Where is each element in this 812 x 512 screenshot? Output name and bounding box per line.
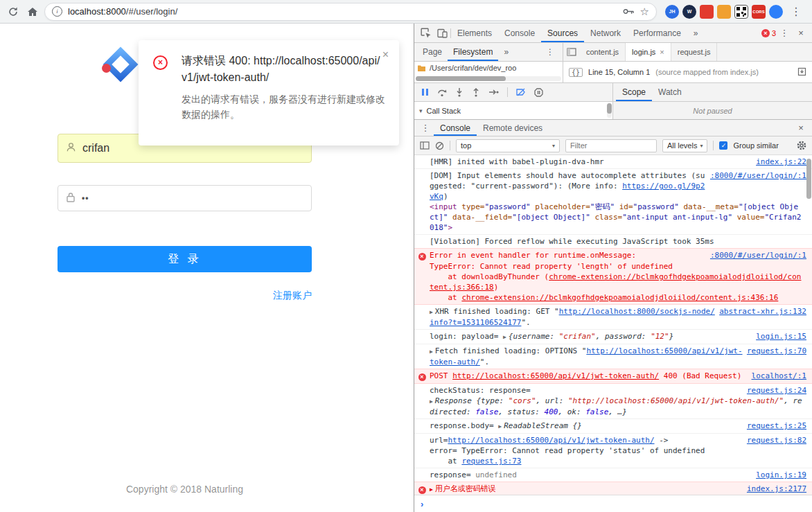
console-url-link[interactable]: chrome-extension://bclmkgofhdgekpoamoial… (461, 293, 778, 302)
home-icon[interactable] (25, 4, 40, 19)
devtools-menu-icon[interactable]: ⋮ (776, 24, 793, 42)
tab-watch[interactable]: Watch (652, 83, 688, 101)
console-source-link[interactable]: localhost/:1 (752, 371, 806, 380)
navigator-scrollbar[interactable] (416, 76, 561, 81)
tab-filesystem[interactable]: Filesystem (448, 43, 498, 61)
console-source-link[interactable]: abstract-xhr.js:132 (719, 307, 806, 316)
navigator-tree: /Users/crifan/dev/dev_roo (414, 62, 563, 82)
tab-network[interactable]: Network (584, 24, 627, 42)
callstack-row: ▾ Call Stack Not paused (414, 102, 812, 120)
register-link[interactable]: 注册账户 (58, 290, 312, 302)
login-button[interactable]: 登 录 (58, 246, 312, 272)
expand-arrow-icon[interactable]: ▶ (430, 348, 433, 355)
device-toolbar-icon[interactable] (434, 24, 450, 42)
console-url-link[interactable]: http://localhost:65000/api/v1/jwt-token-… (452, 371, 659, 380)
star-icon[interactable]: ☆ (640, 6, 649, 17)
expand-arrow-icon[interactable]: ▶ (498, 423, 502, 430)
tab-console[interactable]: Console (498, 24, 541, 42)
pause-on-exceptions-icon[interactable] (534, 88, 543, 97)
console-source-link[interactable]: index.js:22 (756, 157, 806, 166)
info-icon[interactable]: i (52, 6, 62, 17)
call-stack-section[interactable]: ▾ Call Stack (414, 102, 613, 119)
tree-item-folder[interactable]: /Users/crifan/dev/dev_roo (414, 62, 563, 74)
console-source-link[interactable]: login.js:15 (756, 332, 806, 341)
password-input[interactable] (82, 193, 303, 203)
clear-console-icon[interactable] (435, 141, 444, 150)
console-prompt[interactable]: › (414, 495, 812, 512)
toast-close-icon[interactable]: × (382, 48, 389, 61)
step-out-icon[interactable] (472, 87, 480, 97)
drawer-menu-icon[interactable]: ⋮ (417, 120, 434, 136)
console-source-link[interactable]: request.js:24 (747, 386, 806, 395)
collapse-triangle-icon[interactable]: ▾ (419, 107, 423, 114)
password-field[interactable] (58, 185, 312, 211)
url-text[interactable]: localhost:8000/#/user/login/ (68, 6, 617, 17)
tab-sources[interactable]: Sources (541, 24, 584, 42)
console-source-link[interactable]: :8000/#/user/login/:1 (710, 171, 806, 180)
editor-file-tabs: content.js login.js× request.js (563, 43, 812, 61)
console-source-link[interactable]: index.js:2177 (747, 484, 806, 493)
extensions-bar: JH W CORS (665, 5, 783, 19)
blue-extension-icon[interactable] (769, 5, 783, 19)
console-source-link[interactable]: request.js:70 (747, 346, 806, 355)
close-tab-icon[interactable]: × (660, 48, 664, 56)
jh-extension-icon[interactable]: JH (665, 5, 679, 19)
tab-page[interactable]: Page (417, 43, 448, 61)
cors-extension-icon[interactable]: CORS (752, 5, 766, 19)
drawer-tab-console[interactable]: Console (434, 120, 477, 136)
console-filter-input[interactable] (565, 139, 657, 152)
execution-context-select[interactable]: top▾ (456, 139, 560, 152)
console-message: [DOM] Input elements should have autocom… (414, 169, 812, 235)
close-drawer-icon[interactable]: × (793, 120, 809, 136)
console-settings-gear-icon[interactable] (797, 141, 806, 150)
orange-extension-icon[interactable] (717, 5, 731, 19)
console-scrollbar[interactable] (806, 159, 811, 199)
inspect-icon[interactable] (417, 24, 434, 42)
file-tab-request-js[interactable]: request.js (671, 43, 718, 61)
tab-performance[interactable]: Performance (627, 24, 687, 42)
console-url-link[interactable]: request.js:73 (461, 457, 521, 466)
console-url-link[interactable]: http://localhost:65000/api/v1/jwt-token-… (448, 436, 655, 445)
file-tab-content-js[interactable]: content.js (580, 43, 626, 61)
console-message: [Violation] Forced reflow while executin… (414, 235, 812, 249)
expand-arrow-icon[interactable]: ▶ (430, 309, 433, 315)
drawer-tab-remote-devices[interactable]: Remote devices (477, 120, 549, 136)
log-levels-select[interactable]: All levels▾ (662, 139, 707, 152)
pretty-print-icon[interactable]: {} (569, 68, 583, 77)
step-into-icon[interactable] (455, 87, 464, 97)
step-over-icon[interactable] (437, 88, 447, 97)
console-source-link[interactable]: login.js:19 (756, 470, 806, 479)
console-source-link[interactable]: :8000/#/user/login/:1 (710, 251, 806, 260)
browser-menu-icon[interactable]: ⋮ (787, 5, 805, 18)
deactivate-breakpoints-icon[interactable] (516, 88, 526, 96)
console-sidebar-icon[interactable] (420, 141, 430, 150)
group-similar-checkbox[interactable]: ✓ (719, 141, 727, 150)
reload-icon[interactable] (6, 4, 21, 19)
step-icon[interactable] (488, 88, 499, 96)
more-tabs-icon[interactable]: » (687, 24, 705, 42)
qr-code-extension-icon[interactable] (734, 5, 748, 19)
editor-options-icon[interactable] (797, 67, 806, 78)
close-devtools-icon[interactable]: × (793, 24, 809, 42)
console-message-text: [HMR] inited with babel-plugin-dva-hmr (430, 157, 752, 167)
error-badge-icon[interactable]: × (761, 29, 770, 37)
tab-scope[interactable]: Scope (616, 83, 652, 101)
wikipedia-extension-icon[interactable]: W (682, 5, 696, 19)
sources-scrollbar[interactable] (607, 103, 612, 118)
key-icon[interactable] (623, 8, 635, 15)
console-source-link[interactable]: request.js:25 (747, 421, 806, 430)
toggle-navigator-icon[interactable] (563, 43, 580, 61)
address-bar[interactable]: i localhost:8000/#/user/login/ ☆ (44, 3, 657, 21)
expand-arrow-icon[interactable]: ▶ (430, 398, 433, 405)
expand-arrow-icon[interactable]: ▶ (503, 334, 506, 340)
file-tab-login-js[interactable]: login.js× (626, 43, 671, 61)
thunder-extension-icon[interactable] (700, 5, 714, 19)
navigator-more-tabs-icon[interactable]: » (498, 43, 514, 61)
pause-script-icon[interactable] (421, 88, 429, 96)
navigator-menu-icon[interactable]: ⋮ (540, 43, 560, 61)
console-source-link[interactable]: request.js:82 (747, 436, 806, 445)
group-similar-label[interactable]: Group similar (733, 141, 778, 150)
tab-elements[interactable]: Elements (451, 24, 498, 42)
expand-arrow-icon[interactable]: ▶ (430, 486, 433, 493)
message-level-icon (414, 202, 430, 202)
